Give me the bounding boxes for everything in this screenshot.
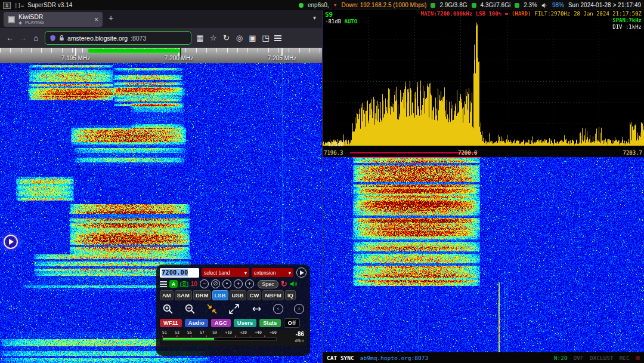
- tab-audio-icon[interactable]: [18, 21, 23, 25]
- waterfall-passband-line: [352, 157, 481, 158]
- zoom-max-out-button[interactable]: [228, 303, 240, 315]
- dxcluster-toggle[interactable]: DXCLUST: [590, 355, 614, 361]
- screenshot-icon[interactable]: ▣: [248, 34, 257, 42]
- s-meter: S1 S3 S5 S7 S9 +10 +20 +40 +60: [160, 330, 306, 346]
- extensions-icon[interactable]: ◳: [261, 34, 270, 42]
- grid-icon[interactable]: ▦: [196, 34, 205, 42]
- sdr-waterfall[interactable]: [323, 157, 644, 352]
- s-meter-tick: S1: [162, 331, 167, 335]
- s-units-readout: S9: [325, 11, 333, 18]
- mode-usb-button[interactable]: USB: [230, 290, 246, 300]
- sdr-frequency-scale[interactable]: 7196.3 7200.0 7203.7: [323, 149, 644, 157]
- passband-indicator[interactable]: [88, 49, 180, 53]
- back-button[interactable]: ←: [5, 34, 14, 42]
- menu-icon[interactable]: [274, 35, 281, 41]
- s-meter-tick: S7: [200, 331, 205, 335]
- taskbar-tray: enp6s0, ▼ Down: 192.168.2.5 (1000 Mbps) …: [299, 2, 641, 8]
- taskbar-window-title[interactable]: SuperSDR v3.14: [27, 2, 72, 8]
- camera-icon[interactable]: [180, 281, 188, 287]
- main-vfo-readout: MAIN:7200.000kHz LSB 100% =: [421, 11, 508, 17]
- scale-label: 7.195 MHz: [61, 55, 90, 61]
- band-select[interactable]: select band ▾: [202, 268, 249, 277]
- download-arrow-icon: ▼: [333, 3, 338, 7]
- shield-icon[interactable]: [49, 35, 56, 42]
- autoscale-button[interactable]: A: [169, 280, 178, 288]
- wf-button[interactable]: WF11: [160, 319, 182, 328]
- list-tabs-icon[interactable]: ▾: [313, 15, 316, 21]
- pb-widen-button[interactable]: +: [234, 279, 243, 288]
- home-button[interactable]: ⌂: [32, 34, 41, 42]
- zoom-out-button[interactable]: [184, 303, 196, 315]
- audio-resume-button[interactable]: [4, 235, 18, 249]
- mode-iq-button[interactable]: IQ: [285, 290, 296, 300]
- new-tab-button[interactable]: +: [109, 14, 113, 22]
- zoom-in-icon: [162, 303, 174, 315]
- extension-select-label: extension: [254, 270, 275, 276]
- s-meter-tick: S5: [187, 331, 192, 335]
- frequency-input[interactable]: 7200.00: [160, 268, 199, 278]
- supersdr-window: S9 -81dB AUTO MAIN:7200.000kHz LSB 100% …: [322, 10, 644, 363]
- s-meter-unit: dBm: [295, 338, 304, 343]
- pb-shift-button[interactable]: +: [245, 279, 254, 288]
- mute-icon[interactable]: [290, 281, 298, 287]
- pb-center-button[interactable]: •: [222, 279, 231, 288]
- agc-button[interactable]: AGC: [211, 319, 231, 328]
- connected-server[interactable]: ab9mq.hopto.org:8073: [360, 355, 428, 361]
- mode-lsb-button[interactable]: LSB: [212, 290, 228, 300]
- window-list-icon[interactable]: |]=: [14, 2, 24, 8]
- div-readout: DIV :1kHz: [612, 24, 642, 30]
- page-left-button[interactable]: ‹: [273, 304, 283, 314]
- audio-button[interactable]: Audio: [185, 319, 208, 328]
- extension-select[interactable]: extension ▾: [252, 268, 293, 277]
- passband-width-button[interactable]: [251, 303, 262, 315]
- clock[interactable]: Sun 2024-01-28 > 21:17:49: [568, 2, 641, 8]
- freq-label-right: 7203.7: [623, 150, 642, 156]
- rec-toggle[interactable]: REC: [620, 355, 630, 361]
- bookmark-star-icon[interactable]: ☆: [209, 34, 218, 42]
- volume-value: 10: [191, 281, 197, 287]
- cat-sync-label[interactable]: CAT SYNC: [327, 355, 354, 361]
- volume-level[interactable]: 98%: [552, 2, 564, 8]
- refresh-icon[interactable]: ↻: [281, 280, 287, 288]
- reload-icon[interactable]: ↻: [222, 34, 231, 42]
- s-meter-red-ticks: [162, 336, 277, 337]
- mode-sam-button[interactable]: SAM: [175, 290, 192, 300]
- spec-button[interactable]: Spec: [258, 280, 278, 288]
- tab-kiwisdr[interactable]: KiwiSDR PLAYING ×: [4, 12, 103, 27]
- freq-label-left: 7196.3: [324, 150, 343, 156]
- speaker-icon[interactable]: [541, 2, 548, 8]
- zoom-to-band-button[interactable]: [206, 303, 218, 315]
- sdr-status-bar: CAT SYNC ab9mq.hopto.org:8073 N:20 OVF D…: [323, 352, 644, 363]
- browser-tab-bar: KiwiSDR PLAYING × + ▾: [0, 10, 322, 28]
- pb-reset-button[interactable]: ∅: [211, 279, 220, 288]
- pb-narrow-button[interactable]: −: [200, 279, 209, 288]
- zoom-in-button[interactable]: [162, 303, 174, 315]
- cpu-icon: [515, 3, 519, 8]
- workspace-indicator[interactable]: 1: [3, 2, 11, 9]
- tab-close-icon[interactable]: ×: [94, 16, 98, 23]
- page-right-button[interactable]: ›: [294, 304, 304, 314]
- mode-nbfm-button[interactable]: NBFM: [262, 290, 283, 300]
- url-bar[interactable]: amstereo.blogsite.org:8073: [45, 31, 191, 45]
- swap-usage: 4.3Gi/7.6Gi: [481, 2, 511, 8]
- cpu-usage: 2.3%: [524, 2, 537, 8]
- scale-label: 7.205 MHz: [268, 55, 296, 61]
- kiwi-menu-icon[interactable]: [160, 281, 167, 287]
- ovf-indicator: OVF: [574, 355, 584, 361]
- users-button[interactable]: Users: [234, 319, 256, 328]
- stats-button[interactable]: Stats: [259, 319, 280, 328]
- reader-icon[interactable]: ◎: [235, 34, 244, 42]
- rec-indicator-icon: [636, 356, 640, 360]
- s-meter-value: -86: [295, 331, 304, 338]
- mode-drm-button[interactable]: DRM: [193, 290, 211, 300]
- mode-cw-button[interactable]: CW: [247, 290, 262, 300]
- off-button[interactable]: Off: [284, 318, 301, 328]
- s-meter-tick: S3: [175, 331, 179, 335]
- chevron-down-icon: ▾: [244, 270, 247, 276]
- play-button[interactable]: [296, 267, 306, 278]
- forward-button[interactable]: →: [18, 34, 27, 42]
- frequency-scale[interactable]: 7.195 MHz 7.200 MHz 7.205 MHz: [0, 48, 322, 63]
- mode-am-button[interactable]: AM: [160, 290, 174, 300]
- lock-icon[interactable]: [59, 35, 64, 41]
- spectrum-display[interactable]: [323, 10, 644, 149]
